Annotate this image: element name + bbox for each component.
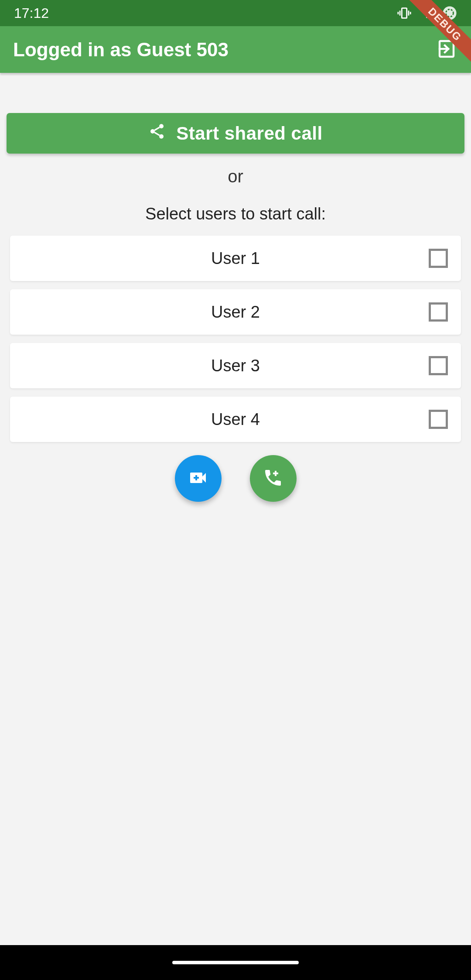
phone-add-icon [263, 467, 283, 490]
user-row[interactable]: User 2 [10, 289, 461, 335]
logout-icon [436, 38, 457, 61]
svg-point-9 [159, 124, 164, 128]
svg-point-5 [443, 6, 456, 20]
start-shared-call-button[interactable]: Start shared call [7, 113, 464, 154]
user-checkbox[interactable] [429, 356, 448, 375]
user-name-label: User 3 [10, 356, 461, 375]
system-nav-bar [0, 945, 471, 980]
svg-point-10 [150, 129, 155, 134]
svg-rect-0 [402, 8, 406, 18]
wifi-icon [420, 6, 434, 21]
app-bar: Logged in as Guest 503 [0, 26, 471, 73]
start-shared-call-label: Start shared call [176, 123, 322, 144]
svg-point-11 [159, 134, 164, 138]
svg-rect-15 [273, 473, 278, 474]
start-audio-call-button[interactable] [250, 455, 297, 502]
user-name-label: User 4 [10, 410, 461, 429]
user-list: User 1 User 2 User 3 User 4 [7, 236, 464, 442]
status-icons [397, 6, 457, 21]
status-time: 17:12 [14, 5, 49, 21]
logout-button[interactable] [435, 38, 458, 61]
share-icon [148, 123, 166, 144]
app-title: Logged in as Guest 503 [13, 39, 229, 61]
nav-home-pill[interactable] [172, 961, 299, 964]
user-row[interactable]: User 1 [10, 236, 461, 281]
fab-row [7, 455, 464, 502]
main-content: Start shared call or Select users to sta… [0, 73, 471, 502]
user-row[interactable]: User 4 [10, 397, 461, 442]
user-name-label: User 1 [10, 249, 461, 268]
user-checkbox[interactable] [429, 302, 448, 322]
or-text: or [7, 167, 464, 186]
user-checkbox[interactable] [429, 410, 448, 429]
video-call-add-icon [188, 467, 208, 490]
user-checkbox[interactable] [429, 249, 448, 268]
user-row[interactable]: User 3 [10, 343, 461, 388]
select-users-prompt: Select users to start call: [7, 205, 464, 223]
vibrate-icon [397, 6, 412, 21]
user-name-label: User 2 [10, 303, 461, 322]
svg-rect-13 [195, 475, 197, 480]
start-video-call-button[interactable] [175, 455, 222, 502]
debug-badge-icon [442, 6, 457, 21]
status-bar: 17:12 [0, 0, 471, 26]
